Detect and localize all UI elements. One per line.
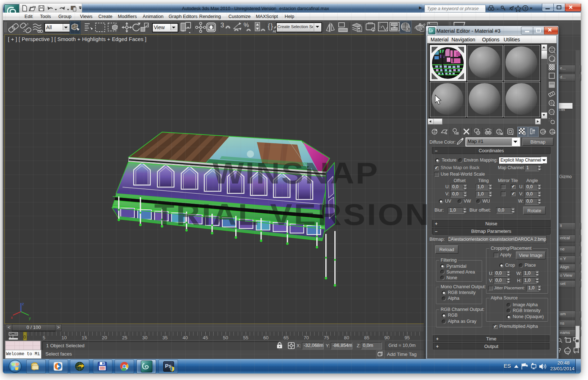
svg-text:?: ?	[524, 6, 527, 10]
